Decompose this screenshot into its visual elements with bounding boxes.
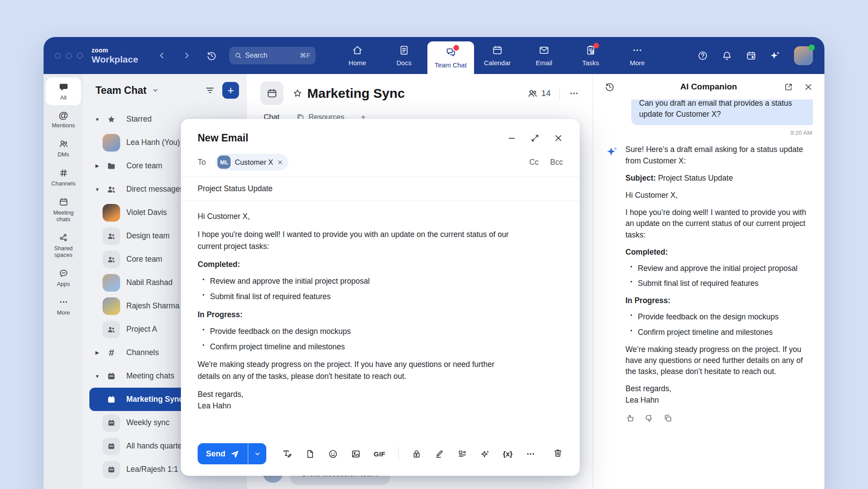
caret-right-icon[interactable]: ▶	[92, 350, 103, 356]
star-icon[interactable]	[292, 88, 303, 99]
email-greeting: Hi Customer X,	[198, 211, 516, 222]
completed-heading: Completed:	[198, 259, 516, 270]
copy-icon[interactable]	[663, 414, 673, 423]
sidebar-item-more[interactable]: More	[46, 293, 81, 320]
sidebar-item-shared-spaces[interactable]: Shared spaces	[46, 228, 81, 263]
left-rail: All@MentionsDMsChannelsMeeting chatsShar…	[44, 74, 83, 489]
user-avatar[interactable]	[794, 46, 813, 65]
chat-item-label: Project A	[126, 325, 157, 334]
nav-tab-calendar[interactable]: Calendar	[474, 37, 521, 74]
format-text-button[interactable]	[282, 449, 292, 459]
people-filled-icon	[107, 255, 116, 264]
image-button[interactable]	[351, 449, 361, 459]
remove-recipient-icon[interactable]	[277, 159, 283, 165]
avatar	[103, 297, 120, 315]
avatar	[103, 134, 120, 152]
caret-down-icon[interactable]: ▼	[92, 117, 103, 122]
format-text-icon	[282, 449, 292, 459]
caret-down-icon[interactable]: ▼	[92, 187, 103, 192]
calendar-line-icon	[59, 197, 69, 207]
sidebar-item-meeting-chats[interactable]: Meeting chats	[46, 193, 81, 227]
ai-companion-panel: AI Companion Can you draft an email that…	[592, 74, 824, 489]
hash-icon: #	[109, 348, 114, 358]
nav-tab-docs[interactable]: Docs	[381, 37, 427, 74]
nav-tab-email[interactable]: Email	[521, 37, 567, 74]
nav-tab-more[interactable]: More	[614, 37, 661, 74]
user-message-bubble: Can you draft an email that provides a s…	[631, 100, 813, 125]
send-options-button[interactable]	[248, 443, 266, 464]
history-nav	[158, 37, 191, 74]
more-h-button[interactable]	[526, 449, 536, 459]
online-status-dot	[809, 44, 815, 51]
more-options-icon[interactable]	[569, 88, 579, 99]
help-icon[interactable]	[697, 50, 708, 61]
attach-file-button[interactable]	[305, 449, 315, 459]
minimize-window-icon[interactable]	[66, 53, 72, 59]
zoom-workplace-logo: zoom Workplace	[92, 37, 138, 74]
nav-tab-tasks[interactable]: Tasks	[567, 37, 614, 74]
member-count[interactable]: 14	[527, 88, 551, 99]
emoji-button[interactable]	[328, 449, 338, 459]
search-input[interactable]: Search ⌘F	[229, 47, 316, 64]
subject-field[interactable]: Project Status Update	[181, 177, 580, 200]
template-button[interactable]	[457, 449, 467, 459]
signature-button[interactable]	[434, 449, 445, 459]
cc-button[interactable]: Cc	[529, 158, 538, 167]
sidebar-item-apps[interactable]: Apps	[46, 264, 81, 292]
sidebar-item-dms[interactable]: DMs	[46, 134, 81, 162]
more-icon	[632, 44, 643, 56]
nav-tab-label: Email	[536, 59, 552, 67]
thumbs-up-icon[interactable]	[625, 414, 635, 423]
variables-button[interactable]: {x}	[503, 450, 513, 458]
avatar-lea	[103, 134, 120, 152]
sidebar-item-channels[interactable]: Channels	[46, 163, 81, 191]
chevron-down-icon[interactable]	[152, 87, 159, 94]
open-external-icon[interactable]	[784, 82, 793, 92]
close-icon[interactable]	[554, 133, 563, 143]
completed-list: Review and approve the initial project p…	[198, 275, 516, 303]
minimize-icon[interactable]	[507, 133, 516, 143]
recipient-chip[interactable]: ML Customer X	[215, 154, 288, 170]
nav-tab-home[interactable]: Home	[334, 37, 381, 74]
ai-sparkle-button[interactable]	[480, 449, 490, 459]
filter-icon[interactable]	[205, 85, 215, 96]
back-icon[interactable]	[158, 51, 166, 60]
in-progress-list: Provide feedback on the design mockupsCo…	[625, 311, 813, 337]
discard-draft-button[interactable]	[553, 448, 563, 460]
chat-item-label: Design team	[126, 231, 169, 241]
forward-icon[interactable]	[182, 51, 191, 60]
calendar-filled-icon-tile	[103, 414, 120, 432]
email-intro: I hope you're doing well! I wanted to pr…	[198, 229, 516, 252]
chat-list-title[interactable]: Team Chat	[96, 85, 147, 96]
modal-title: New Email	[198, 132, 248, 144]
maximize-window-icon[interactable]	[77, 53, 83, 59]
to-field[interactable]: To ML Customer X Cc Bcc	[181, 150, 580, 177]
bcc-button[interactable]: Bcc	[550, 158, 563, 167]
close-icon[interactable]	[804, 82, 813, 92]
send-split-button: Send	[198, 443, 266, 464]
icon-tile	[103, 414, 120, 432]
schedule-icon[interactable]	[746, 50, 757, 61]
caret-down-icon[interactable]: ▼	[92, 374, 103, 379]
icon-tile	[103, 437, 120, 455]
new-chat-button[interactable]: +	[222, 82, 239, 99]
folder-filled-icon	[103, 157, 120, 175]
sidebar-item-all[interactable]: All	[46, 78, 81, 105]
team-chat-icon	[445, 47, 456, 58]
nav-tab-team-chat[interactable]: Team Chat	[427, 41, 474, 74]
caret-right-icon[interactable]: ▶	[92, 163, 103, 169]
gif-button[interactable]: GIF	[374, 450, 386, 458]
ai-conversation: Can you draft an email that provides a s…	[593, 100, 824, 489]
notifications-icon[interactable]	[721, 50, 732, 61]
email-body-editor[interactable]: Hi Customer X, I hope you're doing well!…	[181, 201, 533, 437]
sidebar-item-mentions[interactable]: @Mentions	[46, 107, 81, 133]
encrypt-button[interactable]	[412, 449, 422, 459]
expand-icon[interactable]	[530, 133, 540, 143]
history-icon[interactable]	[206, 50, 217, 61]
ai-sparkle-white-icon[interactable]	[770, 50, 781, 61]
close-window-icon[interactable]	[55, 53, 61, 59]
send-button[interactable]: Send	[198, 443, 248, 464]
bullet-item: Submit final list of required features	[638, 278, 813, 289]
thumbs-down-icon[interactable]	[644, 414, 654, 423]
nav-tab-label: Tasks	[582, 59, 599, 67]
